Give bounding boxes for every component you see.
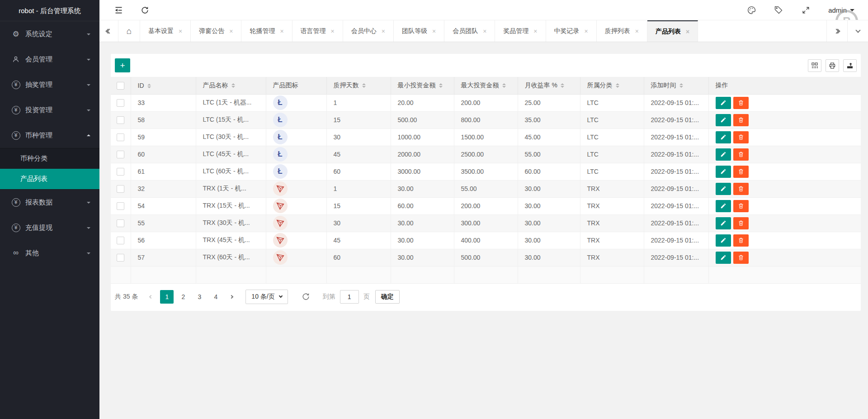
close-icon[interactable]: ×	[179, 28, 182, 35]
tab[interactable]: 弹窗公告 ×	[191, 20, 241, 42]
tab[interactable]: 质押列表 ×	[597, 20, 647, 42]
sidebar-item-other[interactable]: ∞ 其他	[0, 240, 99, 266]
sidebar-item-coins[interactable]: ¥ 币种管理	[0, 123, 99, 148]
sidebar-item-deposit-withdraw[interactable]: ¥ 充值提现	[0, 215, 99, 240]
tabs-scroll-right-button[interactable]	[826, 20, 847, 42]
page-number-button[interactable]: 2	[176, 290, 190, 304]
sidebar-item-system[interactable]: ⚙ 系统设定	[0, 21, 99, 47]
litecoin-icon: Ł	[278, 98, 282, 107]
cell-ops	[708, 94, 861, 111]
goto-page-input[interactable]	[340, 290, 359, 304]
edit-button[interactable]	[716, 148, 731, 161]
sort-icon[interactable]	[147, 84, 151, 88]
sidebar-item-product-list[interactable]: 产品列表	[0, 169, 99, 189]
edit-button[interactable]	[716, 183, 731, 195]
sidebar-item-label: 币种分类	[20, 154, 47, 163]
theme-palette-icon[interactable]	[746, 5, 757, 15]
sidebar-item-invest[interactable]: ¥ 投资管理	[0, 97, 99, 123]
tab[interactable]: 产品列表 ×	[647, 20, 698, 42]
select-all-checkbox[interactable]	[117, 82, 124, 90]
close-icon[interactable]: ×	[229, 28, 233, 35]
delete-button[interactable]	[733, 131, 749, 143]
delete-button[interactable]	[733, 234, 749, 247]
sort-icon[interactable]	[439, 83, 443, 88]
sidebar-item-reports[interactable]: ¥ 报表数据	[0, 190, 99, 215]
row-checkbox[interactable]	[117, 219, 124, 227]
edit-button[interactable]	[716, 166, 731, 178]
close-icon[interactable]: ×	[533, 28, 537, 35]
export-button[interactable]	[843, 59, 857, 72]
table-refresh-icon[interactable]	[302, 292, 310, 301]
row-checkbox[interactable]	[117, 168, 124, 176]
sort-icon[interactable]	[616, 83, 619, 88]
page-number-button[interactable]: 1	[160, 290, 174, 304]
delete-button[interactable]	[733, 183, 749, 195]
tab[interactable]: 会员团队 ×	[444, 20, 495, 42]
close-icon[interactable]: ×	[686, 28, 689, 35]
row-checkbox[interactable]	[117, 185, 124, 193]
cell-days: 15	[326, 111, 391, 129]
edit-button[interactable]	[716, 252, 731, 264]
edit-button[interactable]	[716, 217, 731, 229]
edit-button[interactable]	[716, 234, 731, 247]
sidebar-item-lottery[interactable]: ¥ 抽奖管理	[0, 72, 99, 97]
tab[interactable]: 中奖记录 ×	[546, 20, 597, 42]
columns-filter-button[interactable]	[808, 59, 821, 72]
home-tab[interactable]: ⌂	[118, 20, 140, 42]
close-icon[interactable]: ×	[382, 28, 385, 35]
sidebar-item-coin-category[interactable]: 币种分类	[0, 148, 99, 169]
delete-button[interactable]	[733, 252, 749, 264]
refresh-icon[interactable]	[139, 5, 150, 15]
sort-icon[interactable]	[362, 83, 366, 88]
row-checkbox[interactable]	[117, 116, 124, 124]
prev-page-button[interactable]	[144, 290, 158, 304]
edit-button[interactable]	[716, 97, 731, 109]
close-icon[interactable]: ×	[585, 28, 588, 35]
delete-button[interactable]	[733, 217, 749, 229]
tab[interactable]: 奖品管理 ×	[495, 20, 546, 42]
sort-icon[interactable]	[679, 83, 683, 88]
row-checkbox[interactable]	[117, 99, 124, 107]
delete-button[interactable]	[733, 166, 749, 178]
tag-icon[interactable]	[773, 5, 784, 15]
tabs-scroll-left-button[interactable]	[99, 20, 118, 42]
cell-id: 56	[131, 232, 196, 249]
delete-button[interactable]	[733, 97, 749, 109]
edit-button[interactable]	[716, 200, 731, 212]
tab[interactable]: 团队等级 ×	[394, 20, 444, 42]
page-number-button[interactable]: 4	[209, 290, 222, 304]
close-icon[interactable]: ×	[432, 28, 436, 35]
add-product-button[interactable]: +	[115, 58, 130, 72]
close-icon[interactable]: ×	[635, 28, 639, 35]
tab[interactable]: 语言管理 ×	[292, 20, 343, 42]
print-button[interactable]	[826, 59, 839, 72]
row-checkbox[interactable]	[117, 237, 124, 244]
delete-button[interactable]	[733, 148, 749, 161]
tab[interactable]: 会员中心 ×	[343, 20, 394, 42]
row-checkbox[interactable]	[117, 133, 124, 141]
sort-icon[interactable]	[231, 83, 235, 88]
row-checkbox[interactable]	[117, 254, 124, 262]
cell-days: 45	[326, 146, 391, 163]
page-size-select[interactable]: 10 条/页	[245, 290, 288, 304]
page-number-button[interactable]: 3	[193, 290, 206, 304]
next-page-button[interactable]	[225, 290, 238, 304]
row-checkbox[interactable]	[117, 151, 124, 158]
tab[interactable]: 基本设置 ×	[140, 20, 191, 42]
edit-button[interactable]	[716, 114, 731, 126]
edit-button[interactable]	[716, 131, 731, 143]
close-icon[interactable]: ×	[280, 28, 283, 35]
tabs-menu-button[interactable]	[847, 20, 868, 42]
close-icon[interactable]: ×	[331, 28, 335, 35]
confirm-button[interactable]: 确定	[375, 290, 400, 304]
row-checkbox[interactable]	[117, 202, 124, 210]
menu-fold-icon[interactable]	[113, 5, 124, 15]
sort-icon[interactable]	[502, 83, 506, 88]
sidebar-item-members[interactable]: 会员管理	[0, 47, 99, 72]
close-icon[interactable]: ×	[483, 28, 486, 35]
delete-button[interactable]	[733, 114, 749, 126]
delete-button[interactable]	[733, 200, 749, 212]
fullscreen-icon[interactable]	[800, 5, 811, 15]
sort-icon[interactable]	[561, 83, 564, 88]
tab[interactable]: 轮播管理 ×	[241, 20, 292, 42]
